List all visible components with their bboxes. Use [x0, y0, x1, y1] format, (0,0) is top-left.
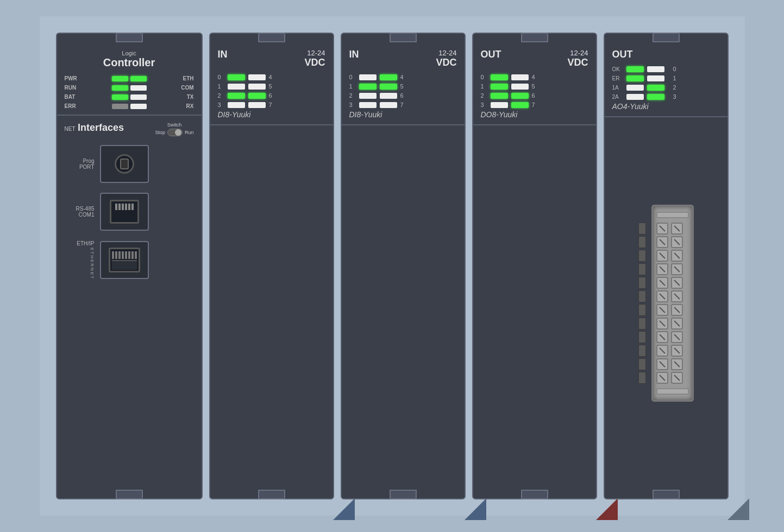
toggle-switch[interactable]	[167, 129, 183, 136]
screw-1-5	[656, 277, 668, 289]
di8-1-ch-1: 1 5	[218, 83, 325, 90]
eth-pins-row	[112, 251, 137, 259]
di8-1-ch2-led	[228, 93, 245, 99]
do8-voltage-top: 12-24	[567, 49, 588, 57]
wire-9	[638, 331, 646, 343]
di8-2-header: IN 12-24 VDC	[349, 49, 457, 68]
net-interfaces-panel: NET Interfaces Switch Stop Run ProgP	[57, 116, 202, 489]
ao4-header-left: OUT	[612, 49, 633, 60]
indicator-row-err: ERR RX	[65, 103, 194, 109]
do8-ch7-led	[511, 102, 529, 108]
switch-row: Stop Run	[155, 129, 193, 136]
di8-2-ch0-num: 0	[349, 74, 356, 80]
ind-label-tx: TX	[179, 94, 194, 100]
di8-1-body	[210, 125, 333, 489]
rs485-pin-5	[128, 204, 130, 210]
wire-4	[638, 263, 646, 275]
do8-ch0-led	[491, 74, 508, 80]
do8-ch1-led	[491, 84, 508, 90]
screw-2-7	[671, 304, 683, 316]
do8-ch7-num: 7	[532, 102, 538, 108]
rs485-pin-4	[125, 204, 127, 210]
ao4-tab-bottom	[653, 490, 680, 499]
ao4-header: OUT	[612, 49, 720, 60]
wire-6	[638, 290, 646, 302]
ao4-1a-led	[626, 85, 644, 91]
di8-2-voltage: 12-24 VDC	[436, 49, 456, 68]
eth-pin-2	[115, 251, 117, 259]
ao4-channels: OK 0 ER 1 1A 2	[612, 66, 720, 100]
di8-1-ch3-led	[228, 102, 245, 108]
di8-module-1: IN 12-24 VDC 0 4 1	[209, 33, 334, 499]
led-pair-run	[112, 85, 147, 91]
di8-2-ch-3: 3 7	[349, 102, 457, 108]
di8-2-ch5-num: 5	[400, 83, 407, 90]
screw-2-4	[671, 263, 683, 275]
di8-2-voltage-top: 12-24	[436, 49, 456, 57]
terminal-columns	[656, 223, 689, 384]
do8-ch-1: 1 5	[481, 83, 588, 90]
wire-10	[638, 345, 646, 357]
lc-indicator-panel: Logic Controller PWR ETH RUN	[57, 43, 202, 116]
eth-pin-1	[112, 251, 114, 259]
prog-port-visual	[100, 145, 149, 183]
do8-ch4-led	[511, 74, 529, 80]
do8-ch2-led	[491, 93, 508, 99]
lc-title-large: Controller	[65, 56, 194, 69]
wire-5	[638, 277, 646, 289]
screw-2-3	[671, 250, 683, 262]
rs485-port-block: RS-485COM1	[65, 193, 194, 231]
di8-1-voltage: 12-24 VDC	[304, 49, 325, 68]
ao4-ok-led	[626, 66, 644, 72]
eth-pin-8	[135, 251, 137, 259]
screw-2-12	[671, 372, 683, 384]
screw-1-10	[656, 345, 668, 357]
wire-8	[638, 318, 646, 330]
ao4-label-1: 1	[668, 75, 676, 81]
di8-1-ch0-num: 0	[218, 74, 224, 80]
screw-1-3	[656, 250, 668, 262]
led-pair-pwr	[112, 76, 147, 81]
ind-label-pwr: PWR	[65, 75, 80, 81]
ao4-er-led	[626, 75, 644, 81]
di8-1-ch6-num: 6	[269, 92, 275, 99]
screw-1-9	[656, 331, 668, 343]
ao4-panel: OUT OK 0 ER 1 1A	[605, 43, 727, 117]
di8-1-ch-2: 2 6	[218, 92, 325, 99]
di8-2-body	[342, 125, 465, 489]
net-title-row: NET Interfaces Switch Stop Run	[65, 122, 194, 136]
di8-2-ch-1: 1 5	[349, 83, 457, 90]
screw-1-11	[656, 358, 668, 370]
screw-2-6	[671, 290, 683, 302]
ao4-label-er: ER	[612, 75, 623, 81]
di8-module-2: IN 12-24 VDC 0 4 1 5	[341, 33, 466, 499]
led-err	[112, 104, 128, 109]
toggle-knob	[175, 129, 181, 136]
ao4-row-2a: 2A 3	[612, 93, 720, 100]
di8-1-tab-top	[258, 33, 285, 42]
rs485-pin-6	[131, 204, 134, 210]
di8-1-voltage-top: 12-24	[304, 49, 325, 57]
led-pwr	[112, 76, 128, 81]
switch-label: Switch	[155, 122, 193, 128]
screw-2-11	[671, 358, 683, 370]
di8-2-ch5-led	[380, 84, 397, 90]
di8-2-ch1-num: 1	[349, 83, 356, 90]
ao4-terminal-area	[605, 117, 727, 489]
di8-2-channels: 0 4 1 5 2 6 3	[349, 74, 457, 108]
ao4-label-ok: OK	[612, 66, 623, 72]
di8-1-ch0-led	[228, 74, 245, 80]
prog-port-block: ProgPORT	[65, 145, 194, 183]
di8-2-ch7-led	[380, 102, 397, 108]
logic-controller-module: Logic Controller PWR ETH RUN	[56, 33, 203, 499]
di8-2-ch2-num: 2	[349, 92, 356, 99]
rs485-pin-2	[118, 204, 121, 210]
di8-2-ch4-led	[380, 74, 397, 80]
screw-1-12	[656, 372, 668, 384]
screw-2-10	[671, 345, 683, 357]
switch-run-label: Run	[185, 130, 194, 135]
screw-1-8	[656, 318, 668, 330]
do8-ch0-num: 0	[481, 74, 487, 80]
di8-2-ch1-led	[359, 84, 377, 90]
di8-1-corner-blue	[333, 498, 355, 520]
